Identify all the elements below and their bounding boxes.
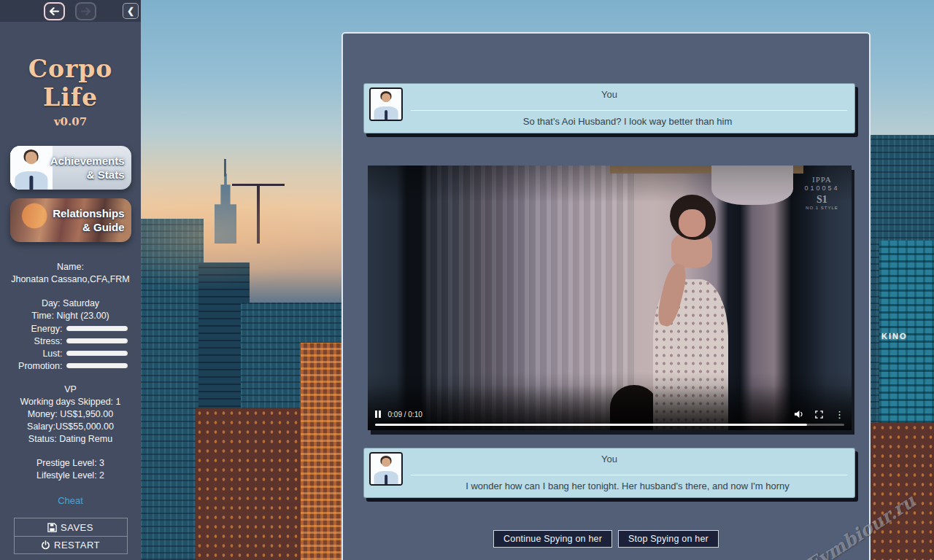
promotion-bar bbox=[66, 363, 128, 368]
bg-antenna bbox=[224, 159, 226, 176]
s1-tagline: NO.1 STYLE bbox=[804, 206, 839, 211]
cheat-link[interactable]: Cheat bbox=[0, 495, 141, 506]
stress-stat-row: Stress: bbox=[8, 335, 134, 347]
pause-button[interactable] bbox=[375, 411, 381, 418]
video-menu-button[interactable]: ⋮ bbox=[835, 410, 844, 419]
video-time: 0:09 / 0:10 bbox=[388, 411, 422, 419]
sidebar-item-achievements[interactable]: Achievements & Stats bbox=[10, 146, 131, 190]
dialog-message-2: You I wonder how can I bang her tonight.… bbox=[363, 448, 855, 498]
energy-stat-row: Energy: bbox=[8, 322, 134, 335]
relationships-label-line2: & Guide bbox=[82, 220, 125, 234]
message-speaker: You bbox=[364, 89, 854, 100]
days-skipped: Working days Skipped: 1 bbox=[0, 396, 141, 408]
collapse-sidebar-button[interactable]: ❮ bbox=[123, 3, 139, 19]
achievements-label-line2: & Stats bbox=[87, 168, 125, 182]
stress-bar bbox=[66, 338, 128, 343]
rank-value: VP bbox=[0, 384, 141, 396]
bg-crane-mast bbox=[257, 184, 260, 244]
ippa-number: 010054 bbox=[804, 184, 839, 192]
name-label: Name: bbox=[0, 261, 141, 273]
video-player[interactable]: IPPA 010054 S1 NO.1 STYLE 0:09 / 0:10 bbox=[368, 166, 852, 430]
prestige-level: Prestige Level: 3 bbox=[0, 457, 141, 470]
kino-sign: KINO bbox=[881, 332, 908, 341]
fullscreen-button[interactable] bbox=[815, 411, 823, 419]
volume-button[interactable] bbox=[794, 410, 803, 419]
energy-bar bbox=[66, 326, 128, 331]
history-toolbar: ❮ bbox=[0, 0, 141, 22]
back-arrow-icon bbox=[49, 7, 60, 15]
promotion-stat-row: Promotion: bbox=[8, 359, 134, 372]
message-speaker: You bbox=[364, 454, 854, 464]
dialog-message-1: You So that's Aoi Husband? I look way be… bbox=[363, 83, 855, 133]
bg-building bbox=[301, 343, 343, 560]
choice-row: Continue Spying on her Stop Spying on he… bbox=[343, 530, 869, 548]
message-divider bbox=[411, 110, 847, 111]
name-value: Jhonatan Cassano,CFA,FRM bbox=[0, 273, 141, 286]
time-value: Time: Night (23.00) bbox=[0, 310, 141, 322]
forward-button[interactable] bbox=[75, 2, 96, 20]
sidebar-item-relationships[interactable]: Relationships & Guide bbox=[10, 198, 131, 242]
message-text: So that's Aoi Husband? I look way better… bbox=[408, 116, 847, 127]
back-button[interactable] bbox=[44, 2, 65, 20]
ippa-logo: IPPA bbox=[804, 175, 839, 185]
bg-building bbox=[141, 219, 204, 560]
forward-arrow-icon bbox=[80, 7, 91, 15]
achievements-label-line1: Achievements bbox=[50, 154, 125, 168]
stress-label: Stress: bbox=[8, 336, 66, 346]
continue-spying-button[interactable]: Continue Spying on her bbox=[493, 530, 612, 548]
power-icon bbox=[41, 540, 50, 550]
saves-label: SAVES bbox=[61, 522, 93, 533]
game-title: Corpo Life bbox=[0, 55, 141, 112]
game-screen: KINO ❮ Corpo Life v0.07 bbox=[0, 0, 934, 560]
lust-stat-row: Lust: bbox=[8, 347, 134, 359]
video-controls: 0:09 / 0:10 ⋮ bbox=[368, 385, 852, 430]
energy-label: Energy: bbox=[8, 324, 66, 334]
stop-spying-button[interactable]: Stop Spying on her bbox=[618, 530, 719, 548]
restart-label: RESTART bbox=[54, 540, 100, 551]
status-value: Status: Dating Remu bbox=[0, 433, 141, 446]
bg-building bbox=[871, 423, 934, 560]
lust-bar bbox=[66, 351, 128, 356]
floppy-icon bbox=[47, 523, 57, 532]
game-version: v0.07 bbox=[0, 115, 141, 128]
money-value: Money: US$1,950.00 bbox=[0, 408, 141, 421]
s1-logo: S1 bbox=[804, 193, 839, 206]
message-text: I wonder how can I bang her tonight. Her… bbox=[408, 481, 847, 491]
achievements-photo bbox=[10, 146, 53, 190]
lust-label: Lust: bbox=[8, 349, 66, 359]
lifestyle-level: Lifestyle Level: 2 bbox=[0, 470, 141, 482]
dialog-panel: You So that's Aoi Husband? I look way be… bbox=[341, 32, 871, 560]
promotion-label: Promotion: bbox=[8, 361, 66, 371]
message-divider bbox=[411, 475, 847, 475]
relationships-label-line1: Relationships bbox=[53, 206, 124, 220]
chevron-left-icon: ❮ bbox=[127, 6, 134, 16]
studio-watermark: IPPA 010054 S1 NO.1 STYLE bbox=[804, 175, 839, 211]
saves-button[interactable]: SAVES bbox=[15, 518, 127, 536]
day-value: Day: Saturday bbox=[0, 298, 141, 310]
video-progress-bar[interactable] bbox=[375, 424, 844, 426]
restart-button[interactable]: RESTART bbox=[15, 536, 127, 553]
salary-value: Salary:US$55,000.00 bbox=[0, 421, 141, 433]
save-restart-box: SAVES RESTART bbox=[14, 518, 128, 554]
sidebar: ❮ Corpo Life v0.07 Achievements & Stats … bbox=[0, 0, 141, 560]
video-progress-fill bbox=[375, 424, 807, 426]
